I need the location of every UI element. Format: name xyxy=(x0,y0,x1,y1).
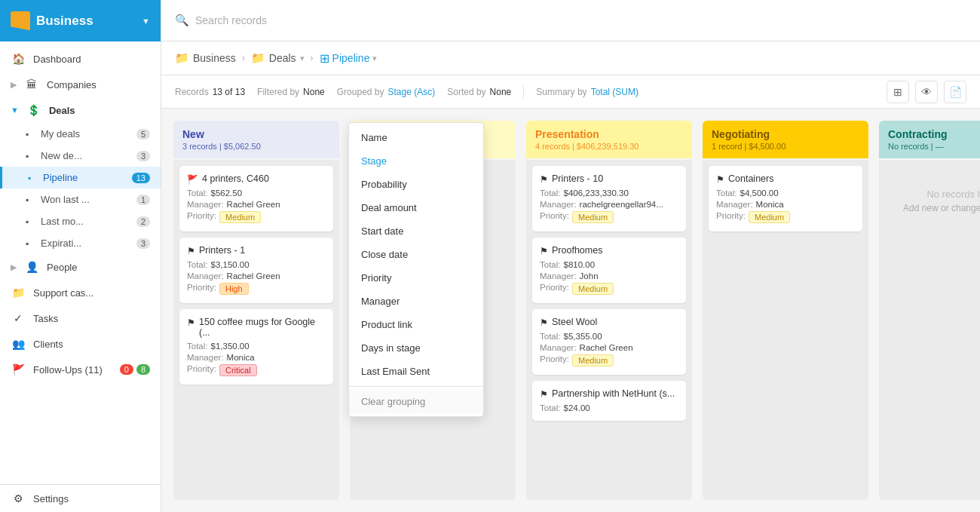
manager-val: Monica xyxy=(756,200,784,209)
col-meta-presentation: 4 records | $406,239,519.30 xyxy=(535,142,683,151)
tasks-label: Tasks xyxy=(33,313,58,324)
breadcrumb-business[interactable]: 📁 Business xyxy=(175,51,236,65)
logo-icon xyxy=(11,11,30,31)
kanban-card-presentation-3[interactable]: ⚑ Partnership with NetHunt (s... Total: … xyxy=(532,381,686,421)
priority-key: Priority: xyxy=(540,283,569,295)
dropdown-item-start-date[interactable]: Start date xyxy=(349,219,483,243)
dropdown-item-manager[interactable]: Manager xyxy=(349,290,483,313)
sidebar-item-settings[interactable]: ⚙ Settings xyxy=(0,485,161,512)
sidebar-item-my-deals[interactable]: ▪ My deals 5 xyxy=(0,123,161,145)
card-priority-row: Priority: Critical xyxy=(187,364,326,376)
breadcrumb-deals-icon: 📁 xyxy=(251,51,265,65)
card-name-presentation-2: Steel Wool xyxy=(552,317,597,327)
manager-val: John xyxy=(580,271,599,281)
toolbar-grouped[interactable]: Grouped by Stage (Asc) xyxy=(337,87,435,97)
priority-key: Priority: xyxy=(716,211,746,223)
expiration-icon: ▪ xyxy=(21,238,33,249)
total-key: Total: xyxy=(540,403,561,412)
dashboard-label: Dashboard xyxy=(33,54,81,65)
total-val: $4,500.00 xyxy=(740,189,779,198)
search-input[interactable] xyxy=(195,14,361,26)
summary-value: Total (SUM) xyxy=(591,87,639,97)
sidebar-item-companies[interactable]: ▶ 🏛 Companies xyxy=(0,72,161,97)
support-icon: 📁 xyxy=(11,287,26,299)
pipeline-label: Pipeline xyxy=(43,172,78,183)
dropdown-item-product-link[interactable]: Product link xyxy=(349,313,483,336)
priority-badge: Medium xyxy=(749,211,790,223)
no-records-hint: Add new or change your filter xyxy=(893,203,980,213)
followups-label: Follow-Ups (11) xyxy=(33,364,103,376)
sidebar-item-expiration[interactable]: ▪ Expirati... 3 xyxy=(0,232,161,254)
manager-key: Manager: xyxy=(540,343,577,352)
dropdown-item-deal-amount[interactable]: Deal amount xyxy=(349,196,483,219)
manager-key: Manager: xyxy=(540,200,577,209)
total-val: $24.00 xyxy=(564,403,590,412)
sidebar-item-tasks[interactable]: ✓ Tasks xyxy=(0,305,161,331)
breadcrumb-business-icon: 📁 xyxy=(175,51,189,65)
grouped-label: Grouped by xyxy=(337,87,384,97)
kanban-card-presentation-2[interactable]: ⚑ Steel Wool Total: $5,355.00 Manager: R… xyxy=(532,309,686,375)
no-records-title: No records here xyxy=(893,189,980,200)
total-key: Total: xyxy=(187,189,208,198)
kanban-view-btn[interactable]: ⊞ xyxy=(887,81,909,103)
card-total-row: Total: $5,355.00 xyxy=(540,332,678,341)
breadcrumb-deals[interactable]: 📁 Deals ▾ xyxy=(251,51,305,65)
total-key: Total: xyxy=(187,342,208,351)
dropdown-item-close-date[interactable]: Close date xyxy=(349,243,483,266)
breadcrumb-pipeline[interactable]: ⊞ Pipeline ▾ xyxy=(320,51,378,66)
card-manager-row: Manager: Rachel Green xyxy=(187,200,326,209)
sidebar-item-won-last[interactable]: ▪ Won last ... 1 xyxy=(0,189,161,210)
brand-dropdown-icon[interactable]: ▼ xyxy=(142,17,150,26)
summary-label: Summary by xyxy=(536,87,586,97)
toolbar-summary: Summary by Total (SUM) xyxy=(536,87,639,97)
dropdown-clear-grouping[interactable]: Clear grouping xyxy=(349,390,483,413)
companies-icon: 🏛 xyxy=(24,78,39,90)
dropdown-item-stage[interactable]: Stage xyxy=(349,149,483,173)
deals-expand-icon: ▼ xyxy=(11,106,19,115)
sidebar-item-deals[interactable]: ▼ 💲 Deals xyxy=(0,97,161,123)
toolbar-records: Records 13 of 13 xyxy=(175,87,245,97)
total-val: $3,150.00 xyxy=(211,260,250,269)
priority-badge: Medium xyxy=(572,211,614,223)
dropdown-item-name[interactable]: Name xyxy=(349,126,483,149)
expiration-label: Expirati... xyxy=(41,238,81,249)
card-flag-presentation-2: ⚑ xyxy=(540,317,548,328)
total-val: $5,355.00 xyxy=(564,332,602,341)
sidebar-item-followups[interactable]: 🚩 Follow-Ups (11) 0 8 xyxy=(0,357,161,382)
kanban-card-presentation-1[interactable]: ⚑ Proofhomes Total: $810.00 Manager: Joh… xyxy=(532,238,686,303)
preview-btn[interactable]: 👁 xyxy=(915,81,938,103)
sidebar-item-people[interactable]: ▶ 👤 People xyxy=(0,254,161,280)
sidebar-item-pipeline[interactable]: ▪ Pipeline 13 xyxy=(0,167,161,189)
kanban-card-new-2[interactable]: ⚑ 150 coffee mugs for Google (... Total:… xyxy=(179,309,333,385)
card-name-new-1: Printers - 1 xyxy=(199,245,245,256)
kanban-card-new-1[interactable]: ⚑ Printers - 1 Total: $3,150.00 Manager:… xyxy=(179,238,333,303)
sidebar-item-last-month[interactable]: ▪ Last mo... 2 xyxy=(0,210,161,232)
card-priority-row: Priority: High xyxy=(187,283,326,295)
export-btn[interactable]: 📄 xyxy=(944,81,966,103)
sidebar-item-support[interactable]: 📁 Support cas... xyxy=(0,280,161,305)
dropdown-item-last-email-sent[interactable]: Last Email Sent xyxy=(349,360,483,383)
breadcrumb-business-label: Business xyxy=(193,52,236,64)
dropdown-item-priority[interactable]: Priority xyxy=(349,266,483,290)
followups-icon: 🚩 xyxy=(11,363,26,376)
kanban-column-presentation: Presentation 4 records | $406,239,519.30… xyxy=(526,121,692,500)
sidebar-item-new-deals[interactable]: ▪ New de... 3 xyxy=(0,145,161,167)
my-deals-label: My deals xyxy=(41,128,80,139)
brand-logo[interactable]: Business xyxy=(11,11,93,31)
manager-val: Rachel Green xyxy=(227,271,280,281)
kanban-card-new-0[interactable]: 🚩 4 printers, C460 Total: $562.50 Manage… xyxy=(179,166,333,231)
kanban-card-presentation-0[interactable]: ⚑ Printers - 10 Total: $406,233,330.30 M… xyxy=(532,166,686,231)
grouped-value: Stage (Asc) xyxy=(388,87,436,97)
card-priority-row: Priority: Medium xyxy=(540,211,678,223)
no-records-contracting: No records hereAdd new or change your fi… xyxy=(885,166,980,236)
sidebar-item-dashboard[interactable]: 🏠 Dashboard xyxy=(0,46,161,72)
dropdown-item-probability[interactable]: Probability xyxy=(349,173,483,196)
sidebar-item-clients[interactable]: 👥 Clients xyxy=(0,331,161,357)
kanban-body-contracting: No records hereAdd new or change your fi… xyxy=(879,160,980,500)
kanban-card-negotiating-0[interactable]: ⚑ Containers Total: $4,500.00 Manager: M… xyxy=(709,166,862,231)
card-flag-presentation-3: ⚑ xyxy=(540,389,548,400)
priority-badge: High xyxy=(219,283,249,295)
breadcrumb: 📁 Business › 📁 Deals ▾ › ⊞ Pipeline ▾ xyxy=(161,41,980,75)
kanban-column-negotiating: Negotiating 1 record | $4,500.00 ⚑ Conta… xyxy=(703,121,868,500)
dropdown-item-days-in-stage[interactable]: Days in stage xyxy=(349,336,483,360)
